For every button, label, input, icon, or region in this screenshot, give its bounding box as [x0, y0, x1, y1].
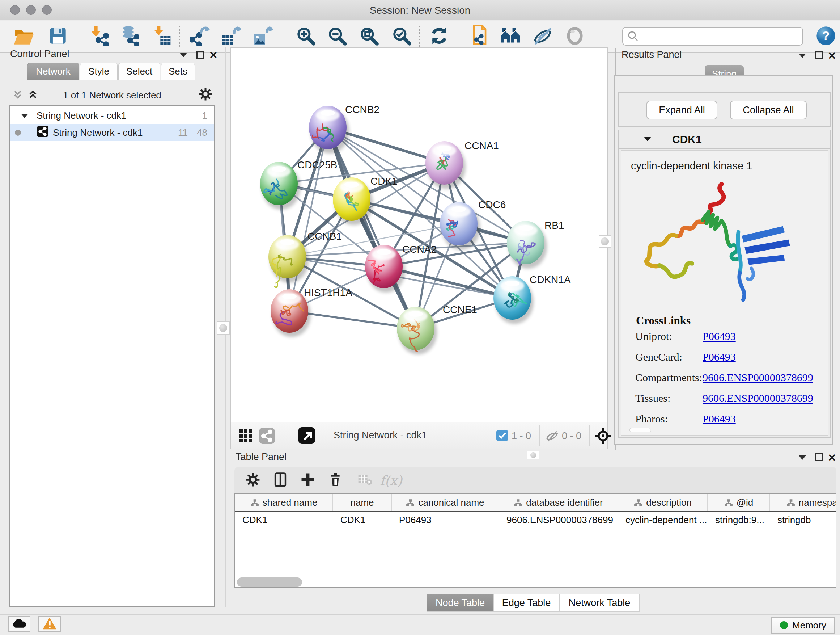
grid-view-icon[interactable]	[238, 429, 253, 445]
tab-network[interactable]: Network	[27, 63, 79, 80]
memory-button[interactable]: Memory	[771, 617, 835, 633]
control-panel-float-icon[interactable]	[196, 51, 204, 59]
collapse-all-button[interactable]: Collapse All	[730, 101, 807, 119]
column-header-canonical-name[interactable]: canonical name	[392, 494, 499, 511]
table-row[interactable]: CDK1CDK1P064939606.ENSP00000378699cyclin…	[235, 512, 836, 528]
open-session-button[interactable]	[12, 25, 36, 49]
export-image-button[interactable]	[251, 25, 275, 49]
results-panel-close-icon[interactable]: ✕	[828, 50, 836, 62]
zoom-fit-button[interactable]	[357, 25, 381, 49]
network-graph[interactable]: CCNB2CCNA1CDC25BCDK1CDC6RB1CCNB1CCNA2CDK…	[231, 48, 607, 422]
table-hscrollbar-thumb[interactable]	[237, 578, 302, 587]
import-network-file-button[interactable]	[87, 25, 111, 49]
bottom-splitter-handle[interactable]	[527, 451, 539, 459]
crosslink-link[interactable]: P06493	[703, 413, 736, 425]
hide-selected-button[interactable]	[531, 25, 554, 49]
network-footer-bar: String Network - cdk1 1 - 0 0 - 0	[231, 423, 608, 449]
table-delete-icon	[358, 473, 372, 487]
results-scrollbar-thumb[interactable]	[630, 428, 651, 432]
column-header-shared-name[interactable]: shared name	[235, 494, 333, 511]
column-header-description[interactable]: description	[618, 494, 708, 511]
show-columns-button[interactable]	[270, 470, 291, 491]
zoom-in-button[interactable]	[294, 25, 317, 49]
table-hscrollbar[interactable]	[237, 578, 834, 587]
crosslink-link[interactable]: 9606.ENSP00000378699	[703, 371, 813, 384]
warning-status-button[interactable]	[38, 616, 61, 632]
cloud-status-button[interactable]	[8, 616, 30, 632]
open-in-new-window-icon[interactable]	[298, 427, 315, 445]
table-settings-button[interactable]	[242, 470, 264, 491]
collapse-all-networks-icon[interactable]	[27, 89, 38, 101]
crosslink-link[interactable]: P06493	[703, 330, 736, 342]
zoom-out-button[interactable]	[325, 25, 349, 49]
warning-icon	[42, 617, 57, 631]
node-CDK1[interactable]: CDK1	[333, 176, 398, 225]
network-options-gear-icon[interactable]	[198, 87, 213, 103]
share-view-icon[interactable]	[259, 428, 275, 445]
node-CCNB2[interactable]: CCNB2	[309, 104, 379, 154]
edge-CCNB2-HIST1H1A[interactable]	[289, 127, 328, 311]
import-table-button[interactable]	[150, 25, 174, 49]
left-splitter-handle[interactable]	[217, 321, 230, 334]
expand-all-button[interactable]: Expand All	[646, 101, 717, 119]
trash-icon	[328, 472, 343, 489]
delete-column-button[interactable]	[325, 470, 346, 491]
export-table-button[interactable]	[219, 25, 243, 49]
table-cell[interactable]: 9606.ENSP00000378699	[499, 512, 618, 528]
results-panel-float-icon[interactable]	[815, 51, 823, 59]
tab-network-table[interactable]: Network Table	[559, 594, 639, 612]
tab-node-table[interactable]: Node Table	[427, 594, 493, 612]
tab-style[interactable]: Style	[80, 63, 118, 80]
selected-checkbox-icon[interactable]	[496, 430, 508, 443]
network-row[interactable]: String Network - cdk1 11 48	[10, 124, 214, 141]
node-RB1[interactable]: RB1	[507, 220, 564, 269]
apply-layout-button[interactable]	[427, 25, 451, 49]
birds-eye-crosshair-icon[interactable]	[595, 428, 611, 446]
search-input[interactable]	[622, 27, 803, 46]
network-canvas[interactable]: CCNB2CCNA1CDC25BCDK1CDC6RB1CCNB1CCNA2CDK…	[231, 47, 608, 423]
network-from-selection-button[interactable]	[468, 25, 492, 49]
help-button[interactable]: ?	[814, 25, 838, 49]
first-neighbors-button[interactable]	[499, 25, 523, 49]
import-network-database-button[interactable]	[117, 25, 141, 49]
table-cell[interactable]: CDK1	[235, 512, 333, 528]
gene-card-header[interactable]: CDK1	[619, 130, 830, 149]
function-builder-button[interactable]: f(x)	[381, 470, 401, 491]
table-panel-float-icon[interactable]	[815, 453, 823, 461]
gene-collapse-icon[interactable]	[643, 135, 652, 143]
node-CDC25B[interactable]: CDC25B	[260, 159, 337, 210]
delete-table-button[interactable]	[355, 470, 376, 491]
zoom-selected-button[interactable]	[390, 25, 414, 49]
tree-expand-icon[interactable]	[21, 110, 28, 121]
export-network-button[interactable]	[188, 25, 212, 49]
network-label: String Network - cdk1	[53, 127, 143, 138]
column-header-namespace[interactable]: namespace	[770, 494, 836, 511]
save-session-button[interactable]	[46, 25, 70, 49]
results-panel-collapse-icon[interactable]	[798, 52, 807, 60]
expand-all-networks-icon[interactable]	[12, 89, 23, 101]
column-header-name[interactable]: name	[333, 494, 392, 511]
tab-edge-table[interactable]: Edge Table	[493, 594, 559, 612]
control-panel-close-icon[interactable]: ✕	[209, 49, 218, 61]
right-splitter-handle[interactable]	[599, 235, 611, 248]
create-column-button[interactable]	[297, 470, 318, 491]
tab-sets[interactable]: Sets	[161, 63, 195, 80]
crosslink-link[interactable]: 9606.ENSP00000378699	[703, 392, 813, 404]
column-header-database-identifier[interactable]: database identifier	[499, 494, 618, 511]
tab-select[interactable]: Select	[118, 63, 160, 80]
show-all-button[interactable]	[563, 25, 587, 49]
crosslink-link[interactable]: P06493	[703, 351, 736, 363]
table-cell[interactable]: stringdb:9...	[708, 512, 770, 528]
network-collection-row[interactable]: String Network - cdk1 1	[10, 107, 214, 124]
table-cell[interactable]: stringdb	[770, 512, 836, 528]
control-panel-collapse-icon[interactable]	[179, 51, 188, 59]
node-CDKN1A[interactable]: CDKN1A	[493, 274, 571, 324]
table-cell[interactable]: CDK1	[333, 512, 392, 528]
table-cell[interactable]: P06493	[392, 512, 499, 528]
node-HIST1H1A[interactable]: HIST1H1A	[271, 287, 352, 337]
hidden-eye-icon[interactable]	[545, 429, 559, 444]
table-panel-collapse-icon[interactable]	[798, 454, 807, 462]
table-cell[interactable]: cyclin-dependent ...	[618, 512, 708, 528]
column-header-@id[interactable]: @id	[708, 494, 770, 511]
table-panel-close-icon[interactable]: ✕	[828, 452, 836, 464]
